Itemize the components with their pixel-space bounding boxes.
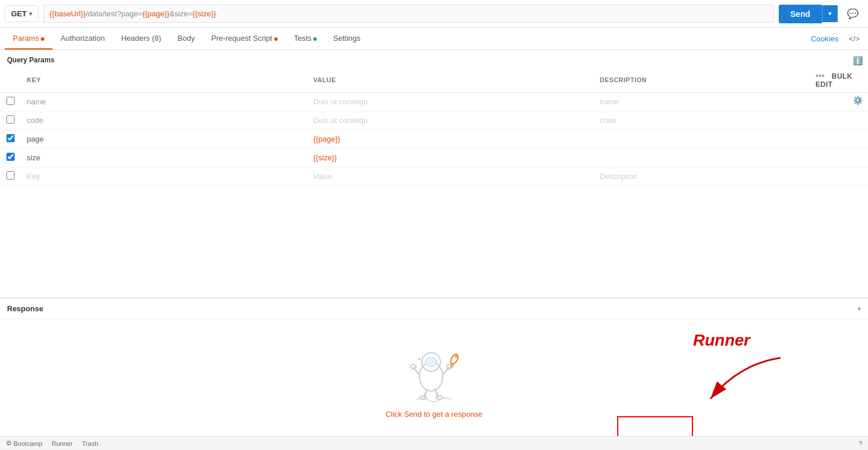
- tab-settings[interactable]: Settings: [325, 28, 369, 50]
- table-row: code Duis ut consequ code: [0, 111, 868, 130]
- tabs-right-actions: Cookies </>: [808, 29, 863, 49]
- bootcamp-link[interactable]: ⚙ Bootcamp: [6, 440, 43, 447]
- url-display[interactable]: {{baseUrl}}/data/test?page={{page}}&size…: [43, 5, 774, 23]
- new-row-desc[interactable]: Description: [594, 167, 810, 186]
- params-table: KEY VALUE DESCRIPTION ••• Bulk Edit name: [0, 68, 868, 186]
- help-icon[interactable]: ?: [859, 440, 862, 447]
- send-button[interactable]: Send: [779, 5, 822, 23]
- row-value[interactable]: Duis ut consequ: [307, 111, 594, 130]
- new-row: Key Value Description: [0, 167, 868, 186]
- url-path: /data/test?page=: [86, 9, 142, 18]
- row-desc[interactable]: code: [594, 111, 810, 130]
- trash-link[interactable]: Trash: [82, 440, 99, 447]
- row-value[interactable]: {{page}}: [307, 130, 594, 149]
- runner-annotation: Runner: [693, 331, 798, 410]
- url-amp: &size=: [169, 9, 192, 18]
- row-value[interactable]: Duis ut consequ: [307, 93, 594, 111]
- method-select[interactable]: GET ▾: [5, 5, 38, 22]
- tab-prerequest[interactable]: Pre-request Script: [203, 28, 286, 50]
- tab-tests[interactable]: Tests: [286, 28, 325, 50]
- url-size: {{size}}: [192, 9, 216, 18]
- astronaut-illustration: [399, 333, 469, 403]
- row-checkbox-cell[interactable]: [0, 111, 21, 130]
- svg-point-16: [422, 353, 423, 354]
- table-row: name Duis ut consequ name: [0, 93, 868, 111]
- info-icon[interactable]: ℹ️: [852, 55, 863, 66]
- query-params-label: Query Params: [0, 50, 868, 68]
- response-section: Response ▾: [0, 297, 868, 436]
- row-key[interactable]: name: [21, 93, 307, 111]
- tab-headers[interactable]: Headers (8): [113, 28, 170, 50]
- url-page: {{page}}: [142, 9, 169, 18]
- row-key[interactable]: page: [21, 130, 307, 149]
- request-tabs: Params Authorization Headers (8) Body Pr…: [0, 28, 868, 50]
- th-description: DESCRIPTION: [594, 68, 810, 93]
- send-button-group: Send ▾: [779, 5, 838, 23]
- row-desc[interactable]: [594, 149, 810, 167]
- row-key[interactable]: code: [21, 111, 307, 130]
- bootcamp-label: Bootcamp: [13, 440, 43, 447]
- tab-params[interactable]: Params: [5, 28, 52, 50]
- row-checkbox-cell[interactable]: [0, 149, 21, 167]
- response-empty-state: Click Send to get a response Runner: [0, 319, 868, 431]
- row-desc[interactable]: [594, 130, 810, 149]
- row-actions: [810, 130, 868, 149]
- svg-point-11: [449, 353, 460, 365]
- send-dropdown-button[interactable]: ▾: [822, 5, 838, 22]
- new-row-value[interactable]: Value: [307, 167, 594, 186]
- method-arrow: ▾: [29, 10, 32, 17]
- tab-authorization[interactable]: Authorization: [52, 28, 113, 50]
- row-key[interactable]: size: [21, 149, 307, 167]
- cookies-link[interactable]: Cookies: [808, 29, 841, 49]
- new-row-actions: [810, 167, 868, 186]
- row-value[interactable]: {{size}}: [307, 149, 594, 167]
- params-area: Query Params ℹ️ ⚙️ KEY VALUE DESCRIPTION…: [0, 50, 868, 186]
- row-actions: [810, 149, 868, 167]
- settings-icon[interactable]: ⚙️: [852, 94, 863, 106]
- table-row: size {{size}}: [0, 149, 868, 167]
- side-icons: ℹ️ ⚙️: [852, 55, 863, 106]
- bottom-bar-right: ?: [859, 440, 862, 447]
- tests-dot: [313, 37, 317, 41]
- code-icon[interactable]: </>: [845, 31, 863, 47]
- new-row-checkbox-cell[interactable]: [0, 167, 21, 186]
- row-checkbox[interactable]: [6, 115, 15, 124]
- row-actions: [810, 111, 868, 130]
- svg-point-14: [418, 358, 421, 360]
- bootcamp-icon: ⚙: [6, 440, 12, 447]
- url-base: {{baseUrl}}: [50, 9, 86, 18]
- tab-body[interactable]: Body: [169, 28, 203, 50]
- runner-label: Runner: [693, 331, 798, 350]
- row-desc[interactable]: name: [594, 93, 810, 111]
- row-checkbox-cell[interactable]: [0, 130, 21, 149]
- table-row: page {{page}}: [0, 130, 868, 149]
- chat-icon[interactable]: 💬: [842, 3, 863, 24]
- runner-arrow: [693, 352, 798, 410]
- new-row-key[interactable]: Key: [21, 167, 307, 186]
- bottom-bar: ⚙ Bootcamp Runner Trash ?: [0, 436, 868, 450]
- svg-point-5: [411, 364, 415, 369]
- row-checkbox-cell[interactable]: [0, 93, 21, 111]
- empty-state-text: Click Send to get a response: [386, 410, 482, 419]
- row-checkbox[interactable]: [6, 153, 15, 161]
- url-bar: GET ▾ {{baseUrl}}/data/test?page={{page}…: [0, 0, 868, 28]
- row-checkbox[interactable]: [6, 97, 15, 105]
- runner-link[interactable]: Runner: [52, 440, 73, 447]
- response-header: Response ▾: [0, 298, 868, 319]
- more-icon[interactable]: •••: [816, 71, 825, 80]
- svg-point-15: [416, 365, 418, 367]
- th-value: VALUE: [307, 68, 594, 93]
- new-row-checkbox[interactable]: [6, 171, 15, 180]
- params-dot: [41, 37, 44, 41]
- prerequest-dot: [274, 37, 278, 41]
- method-label: GET: [11, 9, 27, 18]
- row-checkbox[interactable]: [6, 134, 15, 142]
- th-key: KEY: [21, 68, 307, 93]
- th-checkbox: [0, 68, 21, 93]
- response-collapse-button[interactable]: ▾: [858, 305, 861, 313]
- response-title: Response: [7, 304, 43, 313]
- svg-point-2: [425, 357, 437, 367]
